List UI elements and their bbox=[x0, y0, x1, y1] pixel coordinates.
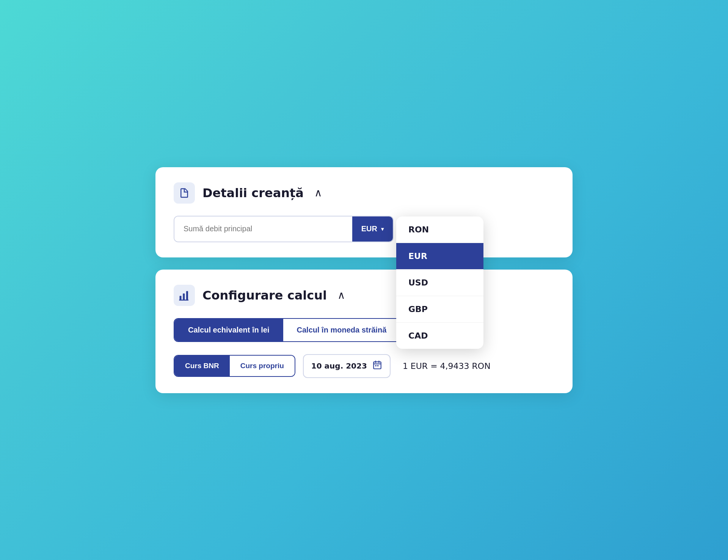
chart-icon bbox=[174, 285, 195, 306]
dropdown-item-usd[interactable]: USD bbox=[396, 270, 483, 296]
currency-dropdown-button[interactable]: EUR ▾ bbox=[352, 216, 393, 242]
svg-rect-3 bbox=[179, 300, 188, 301]
calcul-toggle-group: Calcul echivalent în lei Calcul în moned… bbox=[174, 318, 401, 342]
dropdown-item-gbp[interactable]: GBP bbox=[396, 296, 483, 323]
svg-rect-1 bbox=[183, 293, 185, 300]
exchange-rate-label: 1 EUR = 4,9433 RON bbox=[403, 361, 491, 371]
card1-title: Detalii creanță bbox=[202, 186, 304, 200]
currency-input-wrapper: EUR ▾ bbox=[174, 216, 394, 242]
svg-rect-5 bbox=[375, 365, 376, 366]
curs-toggle-group: Curs BNR Curs propriu bbox=[174, 355, 295, 377]
calendar-icon bbox=[372, 360, 382, 372]
curs-row: Curs BNR Curs propriu 10 aug. 2023 1 EUR… bbox=[174, 354, 554, 378]
currency-label: EUR bbox=[361, 224, 377, 233]
currency-dropdown-menu: RON EUR USD GBP CAD bbox=[396, 216, 483, 349]
curs-bnr-btn[interactable]: Curs BNR bbox=[174, 356, 230, 376]
card1-chevron: ∧ bbox=[314, 187, 322, 199]
dropdown-item-cad[interactable]: CAD bbox=[396, 323, 483, 349]
date-picker[interactable]: 10 aug. 2023 bbox=[303, 354, 391, 378]
svg-rect-0 bbox=[180, 296, 182, 300]
calcul-moneda-straina-btn[interactable]: Calcul în moneda străină bbox=[283, 319, 400, 341]
card2-header: Configurare calcul ∧ bbox=[174, 285, 554, 306]
card1-header: Detalii creanță ∧ bbox=[174, 182, 554, 204]
currency-input-row: EUR ▾ bbox=[174, 216, 554, 242]
card2-chevron: ∧ bbox=[337, 289, 345, 301]
dropdown-item-eur[interactable]: EUR bbox=[396, 243, 483, 270]
dropdown-arrow-icon: ▾ bbox=[381, 226, 384, 232]
svg-rect-6 bbox=[377, 365, 378, 366]
curs-propriu-btn[interactable]: Curs propriu bbox=[230, 356, 295, 376]
document-icon bbox=[174, 182, 195, 204]
card2-title: Configurare calcul bbox=[202, 288, 327, 303]
configurare-calcul-card: Configurare calcul ∧ Calcul echivalent î… bbox=[155, 270, 573, 393]
detalii-creanta-card: Detalii creanță ∧ EUR ▾ bbox=[155, 167, 573, 257]
date-value: 10 aug. 2023 bbox=[311, 361, 367, 370]
main-container: Detalii creanță ∧ EUR ▾ RON EUR USD GBP … bbox=[155, 167, 573, 393]
dropdown-item-ron[interactable]: RON bbox=[396, 216, 483, 243]
principal-amount-input[interactable] bbox=[174, 216, 352, 242]
calcul-echivalent-btn[interactable]: Calcul echivalent în lei bbox=[174, 319, 283, 341]
svg-rect-2 bbox=[186, 291, 188, 300]
